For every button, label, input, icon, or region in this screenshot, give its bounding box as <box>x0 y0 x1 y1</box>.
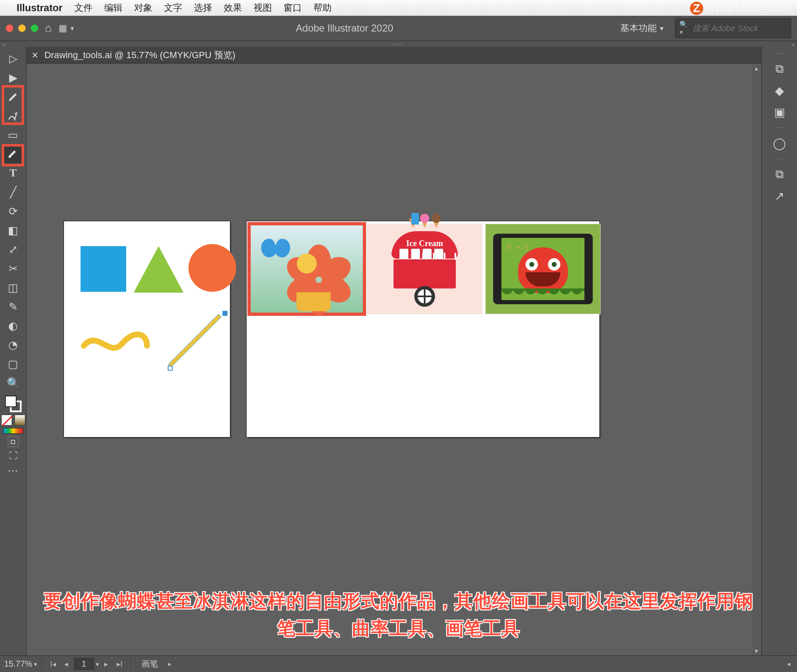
gradient-tool[interactable]: ◐ <box>4 317 22 335</box>
menu-view[interactable]: 视图 <box>254 2 272 14</box>
properties-panel-icon[interactable]: ⧉ <box>770 60 789 78</box>
document-area: ✕ Drawing_tools.ai @ 15.77% (CMYK/GPU 预览… <box>27 47 761 655</box>
orange-circle <box>188 244 236 292</box>
panel-gripper-icon[interactable]: ┉┉┉ <box>762 51 797 56</box>
export-icon[interactable]: ↗ <box>770 187 789 205</box>
asset-export-icon[interactable]: ⧉ <box>770 165 789 183</box>
search-icon: 🔍▾ <box>680 20 690 36</box>
selection-tool[interactable]: ▷ <box>4 49 22 68</box>
scroll-down-icon[interactable]: ▾ <box>751 646 761 655</box>
green-triangle <box>134 246 183 293</box>
icecream-label: Ice Cream <box>391 239 458 248</box>
home-icon[interactable]: ⌂ <box>45 22 52 35</box>
scroll-up-icon[interactable]: ▴ <box>751 64 761 73</box>
tutorial-caption: 要创作像蝴蝶甚至冰淇淋这样的自由形式的作品，其他绘画工具可以在这里发挥作用钢 笔… <box>0 587 797 642</box>
zoom-tool[interactable]: 🔍 <box>4 374 22 392</box>
menu-select[interactable]: 选择 <box>194 2 212 14</box>
line-tool[interactable]: ╱ <box>4 183 22 201</box>
color-spectrum-icon[interactable] <box>3 428 23 434</box>
next-artboard-icon[interactable]: ▸ <box>100 658 112 670</box>
edit-toolbar-icon[interactable]: ⋯ <box>7 464 19 477</box>
close-tab-icon[interactable]: ✕ <box>32 50 39 60</box>
panel-gripper-icon[interactable]: ┉┉┉ <box>762 156 797 161</box>
blue-square <box>81 246 126 292</box>
left-toolbar: ▷ ▶ ▭ T ╱ ⟳ ◧ ⤢ ✂ ◫ ✎ ◐ ◔ ▢ 🔍 ◘ <box>0 47 27 655</box>
artboard-gallery: Ice Cream ඉ ෴ ඉ <box>247 221 599 437</box>
draw-mode-icon[interactable]: ◘ <box>8 436 19 447</box>
selected-line-segment[interactable] <box>168 313 226 371</box>
collapse-left-icon[interactable]: « <box>0 41 8 47</box>
minimize-window-icon[interactable] <box>18 24 26 32</box>
shape-builder-tool[interactable]: ◔ <box>4 336 22 354</box>
flower-pot <box>296 292 330 311</box>
canvas[interactable]: Ice Cream ඉ ෴ ඉ <box>27 64 761 655</box>
menu-help[interactable]: 帮助 <box>313 2 332 14</box>
workspace-switcher[interactable]: 基本功能▾ <box>615 20 668 36</box>
pen-tool[interactable] <box>4 88 22 106</box>
window-controls <box>6 24 38 32</box>
direct-selection-tool[interactable]: ▶ <box>4 68 22 87</box>
artboard-dropdown-icon[interactable]: ▾ <box>96 661 99 667</box>
anchor-point[interactable] <box>222 311 227 316</box>
rotate-tool[interactable]: ⟳ <box>4 202 22 220</box>
status-dropdown-icon[interactable]: ▸ <box>166 660 174 668</box>
search-stock[interactable]: 🔍▾ <box>675 18 791 38</box>
fullscreen-window-icon[interactable] <box>31 24 38 32</box>
app-titlebar: ⌂ ▦ ▾ Adobe Illustrator 2020 基本功能▾ 🔍▾ <box>0 16 797 41</box>
fill-stroke-swatch[interactable] <box>5 396 22 412</box>
panel-gripper-icon[interactable]: ┉┉┉ <box>762 125 797 130</box>
rectangle-tool[interactable]: ▭ <box>4 126 22 144</box>
gradient-swatch-icon[interactable] <box>15 415 25 425</box>
hscroll-left-icon[interactable]: ◂ <box>785 660 793 668</box>
gripper-icon[interactable]: ┉┉┉ <box>8 41 789 47</box>
width-tool[interactable]: ✂ <box>4 259 22 278</box>
screen-mode-icon[interactable]: ⛶ <box>7 450 20 462</box>
vertical-scrollbar[interactable]: ▴ ▾ <box>751 64 761 655</box>
arrange-documents[interactable]: ▦ ▾ <box>59 23 74 34</box>
artboard-shapes <box>64 221 230 437</box>
first-artboard-icon[interactable]: I◂ <box>47 658 59 670</box>
menu-type[interactable]: 文字 <box>164 2 182 14</box>
libraries-panel-icon[interactable]: ▣ <box>770 103 789 121</box>
layers-panel-icon[interactable]: ◆ <box>770 81 789 100</box>
anchor-point[interactable] <box>168 366 173 371</box>
eyedropper-tool[interactable]: ✎ <box>4 298 22 316</box>
yellow-squiggle <box>81 329 151 358</box>
watermark: Zwww.MacZ.com <box>690 2 791 15</box>
type-tool[interactable]: T <box>4 164 22 182</box>
last-artboard-icon[interactable]: ▸I <box>114 658 125 670</box>
thumbnail-monster[interactable]: ඉ ෴ ඉ <box>485 224 601 314</box>
panel-grip-row: « ┉┉┉ » <box>0 41 797 47</box>
none-color-icon[interactable] <box>1 415 12 425</box>
menu-edit[interactable]: 编辑 <box>104 2 122 14</box>
appearance-panel-icon[interactable]: ◯ <box>770 134 789 152</box>
current-tool-label[interactable]: 画笔 <box>136 658 164 670</box>
search-input[interactable] <box>692 24 787 33</box>
zoom-level[interactable]: 15.77% <box>4 659 32 669</box>
fill-swatch[interactable] <box>5 396 17 407</box>
color-controls: ◘ ⛶ ⋯ <box>1 396 25 477</box>
scale-tool[interactable]: ⤢ <box>4 240 22 259</box>
menu-effect[interactable]: 效果 <box>224 2 242 14</box>
artboard-tool[interactable]: ▢ <box>4 355 22 373</box>
menu-window[interactable]: 窗口 <box>284 2 302 14</box>
thumbnail-icecream[interactable]: Ice Cream <box>367 224 482 314</box>
app-name[interactable]: Illustrator <box>17 2 63 14</box>
collapse-right-icon[interactable]: » <box>789 41 797 47</box>
zoom-dropdown-icon[interactable]: ▾ <box>34 661 37 667</box>
prev-artboard-icon[interactable]: ◂ <box>61 658 72 670</box>
watermark-badge: Z <box>690 2 703 15</box>
paintbrush-tool[interactable] <box>4 145 22 163</box>
artboard-number[interactable]: 1 <box>74 658 94 670</box>
eraser-tool[interactable]: ◧ <box>4 221 22 239</box>
menu-object[interactable]: 对象 <box>134 2 152 14</box>
curvature-tool[interactable] <box>4 107 22 125</box>
document-tab[interactable]: ✕ Drawing_tools.ai @ 15.77% (CMYK/GPU 预览… <box>32 49 235 61</box>
thumbnail-flower[interactable] <box>249 224 364 314</box>
butterfly-icon <box>261 239 290 262</box>
mac-menubar: Illustrator 文件 编辑 对象 文字 选择 效果 视图 窗口 帮助 <box>0 0 797 16</box>
free-transform-tool[interactable]: ◫ <box>4 279 22 297</box>
right-panel-dock: ┉┉┉ ⧉ ◆ ▣ ┉┉┉ ◯ ┉┉┉ ⧉ ↗ <box>761 47 797 655</box>
menu-file[interactable]: 文件 <box>74 2 93 14</box>
close-window-icon[interactable] <box>6 24 13 32</box>
